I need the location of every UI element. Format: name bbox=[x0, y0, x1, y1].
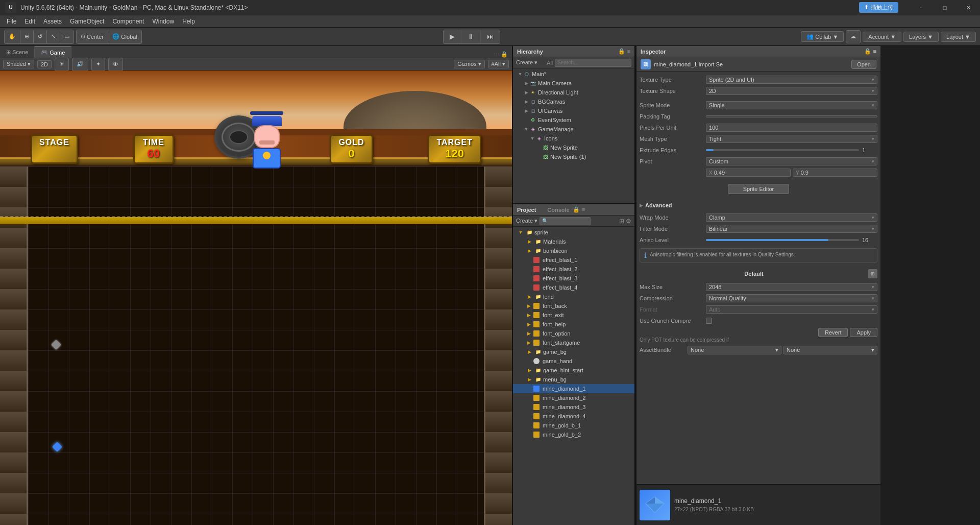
proj-item-sprite-root[interactable]: ▼ 📁 sprite bbox=[513, 228, 634, 237]
open-button[interactable]: Open bbox=[851, 60, 876, 69]
close-button[interactable]: ✕ bbox=[957, 0, 980, 15]
project-lock-icon[interactable]: 🔒 bbox=[573, 206, 580, 213]
proj-item-mine-diamond-4[interactable]: mine_diamond_4 bbox=[513, 412, 634, 421]
filter-mode-dropdown[interactable]: Bilinear ▾ bbox=[706, 225, 877, 233]
play-button[interactable]: ▶ bbox=[444, 30, 461, 43]
y-field[interactable]: Y 0.9 bbox=[793, 169, 877, 177]
proj-item-game-hint-start[interactable]: ▶ 📁 game_hint_start bbox=[513, 366, 634, 375]
proj-item-font-help[interactable]: ▶ font_help bbox=[513, 320, 634, 329]
compression-dropdown[interactable]: Normal Quality ▾ bbox=[706, 294, 877, 302]
gizmos-dropdown[interactable]: Gizmos ▾ bbox=[454, 60, 484, 68]
layout-button[interactable]: Layout ▼ bbox=[941, 32, 976, 42]
menu-gameobject[interactable]: GameObject bbox=[66, 15, 108, 28]
revert-button[interactable]: Revert bbox=[818, 328, 848, 337]
rect-tool[interactable]: ▭ bbox=[60, 30, 74, 43]
layers-button[interactable]: Layers ▼ bbox=[903, 32, 939, 42]
hand-tool[interactable]: ✋ bbox=[5, 30, 20, 43]
proj-item-font-back[interactable]: ▶ font_back bbox=[513, 301, 634, 311]
lock-icon[interactable]: 🔒 bbox=[618, 48, 625, 55]
hierarchy-create-button[interactable]: Create ▾ bbox=[516, 59, 537, 66]
proj-item-lend[interactable]: ▶ 📁 lend bbox=[513, 292, 634, 301]
wrap-mode-dropdown[interactable]: Clamp ▾ bbox=[706, 213, 877, 222]
global-pivot-button[interactable]: 🌐 Global bbox=[108, 30, 141, 43]
proj-item-menu-bg[interactable]: ▶ 📁 menu_bg bbox=[513, 375, 634, 384]
proj-item-effect-blast-3[interactable]: effect_blast_3 bbox=[513, 274, 634, 283]
pause-button[interactable]: ⏸ bbox=[461, 30, 481, 43]
move-tool[interactable]: ⊕ bbox=[20, 30, 34, 43]
texture-type-dropdown[interactable]: Sprite (2D and UI) ▾ bbox=[706, 76, 877, 84]
hierarchy-item-main[interactable]: ▼ ⬡ Main* bbox=[513, 69, 634, 79]
proj-item-font-startgame[interactable]: ▶ font_startgame bbox=[513, 338, 634, 347]
project-settings-icon[interactable]: ⚙ bbox=[626, 218, 631, 225]
menu-window[interactable]: Window bbox=[148, 15, 178, 28]
minimize-button[interactable]: − bbox=[910, 0, 933, 15]
proj-item-mine-diamond-2[interactable]: mine_diamond_2 bbox=[513, 393, 634, 402]
max-size-dropdown[interactable]: 2048 ▾ bbox=[706, 283, 877, 291]
upload-button[interactable]: ⬆ 插触上传 bbox=[859, 2, 898, 13]
hierarchy-item-new-sprite[interactable]: 🖼 New Sprite bbox=[513, 143, 634, 152]
inspector-lock-icon[interactable]: 🔒 bbox=[864, 48, 871, 55]
asset-bundle-value2[interactable]: None ▾ bbox=[783, 346, 877, 354]
hierarchy-item-gamemanage[interactable]: ▼ ◈ GameManage bbox=[513, 125, 634, 134]
proj-item-bombicon[interactable]: ▶ 📁 bombicon bbox=[513, 246, 634, 255]
effects-toggle[interactable]: ✦ bbox=[91, 58, 105, 71]
menu-help[interactable]: Help bbox=[178, 15, 199, 28]
aniso-level-slider[interactable] bbox=[706, 239, 859, 241]
audio-toggle[interactable]: 🔊 bbox=[72, 58, 88, 71]
texture-shape-dropdown[interactable]: 2D ▾ bbox=[706, 87, 877, 95]
proj-item-materials[interactable]: ▶ 📁 Materials bbox=[513, 237, 634, 246]
hierarchy-item-bgcanvas[interactable]: ▶ ◻ BGCanvas bbox=[513, 97, 634, 106]
pixels-per-unit-input[interactable]: 100 bbox=[706, 124, 877, 132]
hierarchy-item-new-sprite-1[interactable]: 🖼 New Sprite (1) bbox=[513, 152, 634, 161]
menu-file[interactable]: File bbox=[3, 15, 20, 28]
all-dropdown[interactable]: #All ▾ bbox=[488, 60, 509, 68]
step-button[interactable]: ⏭ bbox=[481, 30, 500, 43]
hierarchy-item-icons[interactable]: ▼ ◈ Icons bbox=[513, 134, 634, 143]
scene-visibility[interactable]: 👁 bbox=[108, 58, 123, 71]
proj-item-effect-blast-1[interactable]: effect_blast_1 bbox=[513, 255, 634, 265]
hierarchy-item-uicanvas[interactable]: ▶ ◻ UICanvas bbox=[513, 106, 634, 115]
maximize-button[interactable]: □ bbox=[933, 0, 957, 15]
menu-component[interactable]: Component bbox=[108, 15, 148, 28]
menu-icon[interactable]: ≡ bbox=[627, 48, 630, 55]
proj-item-effect-blast-2[interactable]: effect_blast_2 bbox=[513, 265, 634, 274]
project-menu-icon[interactable]: ≡ bbox=[582, 206, 585, 213]
packing-tag-input[interactable] bbox=[706, 115, 877, 117]
advanced-section-header[interactable]: ▶ Advanced bbox=[640, 200, 877, 210]
account-button[interactable]: Account ▼ bbox=[863, 32, 901, 42]
collab-button[interactable]: 👥 Collab ▼ bbox=[801, 31, 844, 42]
cloud-button[interactable]: ☁ bbox=[846, 30, 861, 43]
tab-scene[interactable]: ⊞ Scene bbox=[0, 46, 35, 58]
proj-item-game-hand[interactable]: game_hand bbox=[513, 356, 634, 366]
rotate-tool[interactable]: ↺ bbox=[34, 30, 47, 43]
console-tab[interactable]: Console bbox=[547, 207, 569, 213]
menu-edit[interactable]: Edit bbox=[20, 15, 39, 28]
proj-item-game-bg[interactable]: ▶ 📁 game_bg bbox=[513, 347, 634, 356]
proj-item-mine-gold-b-1[interactable]: mine_gold_b_1 bbox=[513, 421, 634, 430]
menu-assets[interactable]: Assets bbox=[39, 15, 66, 28]
project-create-button[interactable]: Create ▾ bbox=[516, 218, 537, 224]
apply-button[interactable]: Apply bbox=[850, 328, 877, 337]
inspector-menu-icon[interactable]: ≡ bbox=[873, 48, 876, 55]
proj-item-mine-diamond-1[interactable]: mine_diamond_1 bbox=[513, 384, 634, 393]
shading-dropdown[interactable]: Shaded ▾ bbox=[3, 60, 34, 68]
2d-toggle[interactable]: 2D bbox=[37, 60, 52, 68]
project-view-icon[interactable]: ⊞ bbox=[619, 218, 624, 225]
proj-item-font-option[interactable]: ▶ font_option bbox=[513, 329, 634, 338]
proj-item-effect-blast-4[interactable]: effect_blast_4 bbox=[513, 283, 634, 292]
proj-item-mine-gold-b-2[interactable]: mine_gold_b_2 bbox=[513, 430, 634, 439]
extrude-edges-slider[interactable] bbox=[706, 149, 859, 151]
center-pivot-button[interactable]: ⊙ Center bbox=[77, 30, 108, 43]
hierarchy-item-dir-light[interactable]: ▶ ☀ Directional Light bbox=[513, 88, 634, 97]
x-field[interactable]: X 0.49 bbox=[706, 169, 791, 177]
use-crunch-checkbox[interactable] bbox=[706, 318, 712, 324]
proj-item-mine-diamond-3[interactable]: mine_diamond_3 bbox=[513, 402, 634, 412]
proj-item-font-exit[interactable]: ▶ font_exit bbox=[513, 311, 634, 320]
hierarchy-item-main-camera[interactable]: ▶ 📷 Main Camera bbox=[513, 79, 634, 88]
lighting-toggle[interactable]: ☀ bbox=[55, 58, 69, 71]
sprite-editor-button[interactable]: Sprite Editor bbox=[728, 184, 789, 194]
sprite-mode-dropdown[interactable]: Single ▾ bbox=[706, 101, 877, 109]
hierarchy-search-input[interactable] bbox=[555, 59, 631, 67]
pivot-dropdown[interactable]: Custom ▾ bbox=[706, 157, 877, 165]
project-search-input[interactable] bbox=[540, 217, 591, 225]
